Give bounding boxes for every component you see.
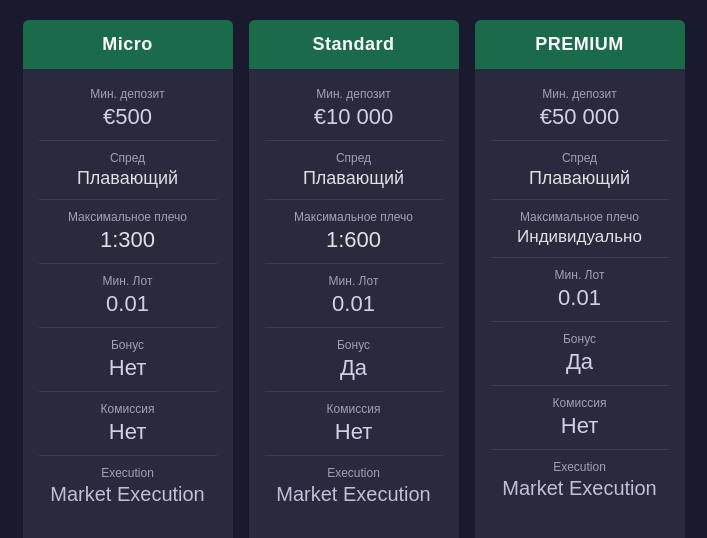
min-lot-row: Мин. Лот 0.01 bbox=[39, 264, 217, 328]
bonus-label: Бонус bbox=[39, 338, 217, 352]
spread-value: Плавающий bbox=[491, 168, 669, 189]
max-leverage-label: Максимальное плечо bbox=[491, 210, 669, 224]
execution-row: Execution Market Execution bbox=[491, 450, 669, 510]
min-deposit-label: Мин. депозит bbox=[491, 87, 669, 101]
card-standard: Standard Мин. депозит €10 000 Спред Плав… bbox=[249, 20, 459, 538]
commission-row: Комиссия Нет bbox=[265, 392, 443, 456]
card-header-micro: Micro bbox=[23, 20, 233, 69]
min-lot-row: Мин. Лот 0.01 bbox=[491, 258, 669, 322]
commission-value: Нет bbox=[491, 413, 669, 439]
bonus-value: Нет bbox=[39, 355, 217, 381]
card-micro: Micro Мин. депозит €500 Спред Плавающий … bbox=[23, 20, 233, 538]
commission-label: Комиссия bbox=[39, 402, 217, 416]
min-lot-value: 0.01 bbox=[491, 285, 669, 311]
commission-row: Комиссия Нет bbox=[39, 392, 217, 456]
commission-label: Комиссия bbox=[265, 402, 443, 416]
bonus-row: Бонус Да bbox=[265, 328, 443, 392]
max-leverage-label: Максимальное плечо bbox=[39, 210, 217, 224]
spread-label: Спред bbox=[39, 151, 217, 165]
spread-label: Спред bbox=[265, 151, 443, 165]
spread-row: Спред Плавающий bbox=[39, 141, 217, 200]
max-leverage-label: Максимальное плечо bbox=[265, 210, 443, 224]
commission-value: Нет bbox=[39, 419, 217, 445]
min-lot-label: Мин. Лот bbox=[265, 274, 443, 288]
bonus-label: Бонус bbox=[265, 338, 443, 352]
spread-label: Спред bbox=[491, 151, 669, 165]
execution-label: Execution bbox=[491, 460, 669, 474]
bonus-row: Бонус Да bbox=[491, 322, 669, 386]
spread-row: Спред Плавающий bbox=[265, 141, 443, 200]
max-leverage-row: Максимальное плечо 1:600 bbox=[265, 200, 443, 264]
spread-value: Плавающий bbox=[265, 168, 443, 189]
min-lot-row: Мин. Лот 0.01 bbox=[265, 264, 443, 328]
spread-row: Спред Плавающий bbox=[491, 141, 669, 200]
bonus-row: Бонус Нет bbox=[39, 328, 217, 392]
card-footer-micro: Открыть bbox=[23, 524, 233, 538]
commission-label: Комиссия bbox=[491, 396, 669, 410]
spread-value: Плавающий bbox=[39, 168, 217, 189]
max-leverage-value: 1:300 bbox=[39, 227, 217, 253]
cards-container: Micro Мин. депозит €500 Спред Плавающий … bbox=[3, 0, 705, 538]
min-deposit-value: €500 bbox=[39, 104, 217, 130]
execution-value: Market Execution bbox=[39, 483, 217, 506]
execution-value: Market Execution bbox=[265, 483, 443, 506]
card-body-standard: Мин. депозит €10 000 Спред Плавающий Мак… bbox=[249, 69, 459, 524]
card-premium: PREMIUM Мин. депозит €50 000 Спред Плава… bbox=[475, 20, 685, 538]
card-header-premium: PREMIUM bbox=[475, 20, 685, 69]
min-lot-label: Мин. Лот bbox=[39, 274, 217, 288]
card-header-standard: Standard bbox=[249, 20, 459, 69]
max-leverage-row: Максимальное плечо Индивидуально bbox=[491, 200, 669, 258]
execution-value: Market Execution bbox=[491, 477, 669, 500]
min-deposit-value: €10 000 bbox=[265, 104, 443, 130]
card-body-micro: Мин. депозит €500 Спред Плавающий Максим… bbox=[23, 69, 233, 524]
card-body-premium: Мин. депозит €50 000 Спред Плавающий Мак… bbox=[475, 69, 685, 524]
max-leverage-value: 1:600 bbox=[265, 227, 443, 253]
min-lot-value: 0.01 bbox=[39, 291, 217, 317]
card-footer-standard: Открыть bbox=[249, 524, 459, 538]
min-deposit-value: €50 000 bbox=[491, 104, 669, 130]
commission-value: Нет bbox=[265, 419, 443, 445]
bonus-value: Да bbox=[265, 355, 443, 381]
min-deposit-label: Мин. депозит bbox=[265, 87, 443, 101]
execution-row: Execution Market Execution bbox=[265, 456, 443, 516]
bonus-label: Бонус bbox=[491, 332, 669, 346]
min-deposit-row: Мин. депозит €50 000 bbox=[491, 77, 669, 141]
execution-label: Execution bbox=[39, 466, 217, 480]
execution-label: Execution bbox=[265, 466, 443, 480]
min-lot-value: 0.01 bbox=[265, 291, 443, 317]
min-deposit-row: Мин. депозит €10 000 bbox=[265, 77, 443, 141]
min-deposit-row: Мин. депозит €500 bbox=[39, 77, 217, 141]
bonus-value: Да bbox=[491, 349, 669, 375]
card-footer-premium: Открыть bbox=[475, 524, 685, 538]
max-leverage-row: Максимальное плечо 1:300 bbox=[39, 200, 217, 264]
execution-row: Execution Market Execution bbox=[39, 456, 217, 516]
max-leverage-value: Индивидуально bbox=[491, 227, 669, 247]
min-deposit-label: Мин. депозит bbox=[39, 87, 217, 101]
commission-row: Комиссия Нет bbox=[491, 386, 669, 450]
min-lot-label: Мин. Лот bbox=[491, 268, 669, 282]
